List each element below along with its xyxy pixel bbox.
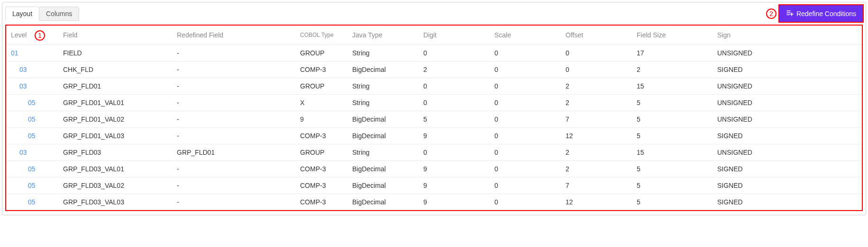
cell-level: 05: [6, 177, 58, 194]
cell-level: 03: [6, 144, 58, 161]
tab-layout[interactable]: Layout: [5, 7, 39, 21]
cell-offset: 2: [561, 95, 632, 111]
cell-size: 5: [632, 111, 713, 128]
table-row[interactable]: 01FIELD-GROUPString00017UNSIGNED: [6, 45, 862, 62]
cell-offset: 7: [561, 111, 632, 128]
cell-size: 5: [632, 95, 713, 111]
cell-sign: SIGNED: [713, 177, 862, 194]
cell-digit: 9: [419, 161, 490, 177]
table-row[interactable]: 05GRP_FLD03_VAL01-COMP-3BigDecimal9025SI…: [6, 161, 862, 177]
tab-columns[interactable]: Columns: [39, 7, 79, 21]
cell-digit: 5: [419, 111, 490, 128]
cell-java: String: [347, 95, 419, 111]
cell-field: GRP_FLD03_VAL01: [58, 161, 172, 177]
cell-sign: UNSIGNED: [713, 111, 862, 128]
cell-cobol: COMP-3: [295, 194, 347, 211]
cell-offset: 2: [561, 144, 632, 161]
col-header-java[interactable]: Java Type: [347, 26, 419, 45]
table-row[interactable]: 05GRP_FLD01_VAL01-XString0025UNSIGNED: [6, 95, 862, 111]
cell-java: BigDecimal: [347, 62, 419, 78]
cell-redefined: -: [172, 78, 295, 95]
cell-size: 17: [632, 45, 713, 62]
cell-sign: SIGNED: [713, 161, 862, 177]
cell-level: 03: [6, 78, 58, 95]
cell-level: 05: [6, 128, 58, 144]
cell-digit: 9: [419, 194, 490, 211]
cell-redefined: -: [172, 177, 295, 194]
table-row[interactable]: 05GRP_FLD01_VAL02-9BigDecimal5075UNSIGNE…: [6, 111, 862, 128]
topbar: Layout Columns 2 Redefine Conditions: [5, 5, 863, 22]
col-header-cobol[interactable]: COBOL Type: [295, 26, 347, 45]
col-header-digit[interactable]: Digit: [419, 26, 490, 45]
cell-digit: 9: [419, 177, 490, 194]
col-header-scale[interactable]: Scale: [490, 26, 561, 45]
cell-sign: UNSIGNED: [713, 144, 862, 161]
cell-scale: 0: [490, 161, 561, 177]
cell-level: 05: [6, 194, 58, 211]
cell-java: String: [347, 45, 419, 62]
cell-offset: 7: [561, 177, 632, 194]
col-header-size[interactable]: Field Size: [632, 26, 713, 45]
cell-level: 03: [6, 62, 58, 78]
table-row[interactable]: 05GRP_FLD03_VAL02-COMP-3BigDecimal9075SI…: [6, 177, 862, 194]
cell-offset: 0: [561, 62, 632, 78]
cell-size: 5: [632, 177, 713, 194]
cell-scale: 0: [490, 95, 561, 111]
cell-offset: 0: [561, 45, 632, 62]
redefine-label: Redefine Conditions: [796, 10, 856, 18]
cell-field: GRP_FLD01_VAL02: [58, 111, 172, 128]
cell-field: GRP_FLD01_VAL03: [58, 128, 172, 144]
cell-sign: SIGNED: [713, 62, 862, 78]
col-header-sign[interactable]: Sign: [713, 26, 862, 45]
cell-scale: 0: [490, 111, 561, 128]
table-row[interactable]: 05GRP_FLD01_VAL03-COMP-3BigDecimal90125S…: [6, 128, 862, 144]
cell-size: 2: [632, 62, 713, 78]
cell-scale: 0: [490, 45, 561, 62]
cell-scale: 0: [490, 62, 561, 78]
cell-cobol: COMP-3: [295, 128, 347, 144]
cell-scale: 0: [490, 128, 561, 144]
cell-scale: 0: [490, 78, 561, 95]
table-row[interactable]: 03GRP_FLD01-GROUPString00215UNSIGNED: [6, 78, 862, 95]
cell-digit: 2: [419, 62, 490, 78]
cell-size: 15: [632, 144, 713, 161]
cell-java: BigDecimal: [347, 161, 419, 177]
col-header-redefined[interactable]: Redefined Field: [172, 26, 295, 45]
cell-cobol: COMP-3: [295, 177, 347, 194]
cell-java: BigDecimal: [347, 177, 419, 194]
redefine-conditions-button[interactable]: Redefine Conditions: [779, 5, 863, 22]
cell-sign: UNSIGNED: [713, 95, 862, 111]
layout-panel: Layout Columns 2 Redefine Conditions: [2, 2, 866, 215]
table-container: 1 Level Field Redefined Field COBOL Type…: [5, 25, 863, 211]
cell-offset: 12: [561, 194, 632, 211]
col-header-offset[interactable]: Offset: [561, 26, 632, 45]
col-header-level[interactable]: Level: [6, 26, 58, 45]
cell-cobol: GROUP: [295, 45, 347, 62]
table-row[interactable]: 03CHK_FLD-COMP-3BigDecimal2002SIGNED: [6, 62, 862, 78]
cell-sign: SIGNED: [713, 194, 862, 211]
tabs: Layout Columns: [5, 7, 79, 21]
cell-cobol: X: [295, 95, 347, 111]
cell-field: CHK_FLD: [58, 62, 172, 78]
cell-digit: 0: [419, 144, 490, 161]
table-row[interactable]: 05GRP_FLD03_VAL03-COMP-3BigDecimal90125S…: [6, 194, 862, 211]
table-row[interactable]: 03GRP_FLD03GRP_FLD01GROUPString00215UNSI…: [6, 144, 862, 161]
cell-redefined: -: [172, 161, 295, 177]
col-header-field[interactable]: Field: [58, 26, 172, 45]
cell-redefined: -: [172, 111, 295, 128]
cell-offset: 2: [561, 78, 632, 95]
cell-java: String: [347, 144, 419, 161]
cell-sign: SIGNED: [713, 128, 862, 144]
cell-field: GRP_FLD03_VAL03: [58, 194, 172, 211]
cell-digit: 0: [419, 78, 490, 95]
cell-redefined: -: [172, 95, 295, 111]
cell-field: GRP_FLD01_VAL01: [58, 95, 172, 111]
cell-java: BigDecimal: [347, 128, 419, 144]
cell-size: 5: [632, 128, 713, 144]
cell-offset: 12: [561, 128, 632, 144]
cell-java: BigDecimal: [347, 194, 419, 211]
cell-cobol: 9: [295, 111, 347, 128]
cell-digit: 0: [419, 45, 490, 62]
cell-redefined: -: [172, 62, 295, 78]
fields-table: Level Field Redefined Field COBOL Type J…: [6, 26, 862, 210]
